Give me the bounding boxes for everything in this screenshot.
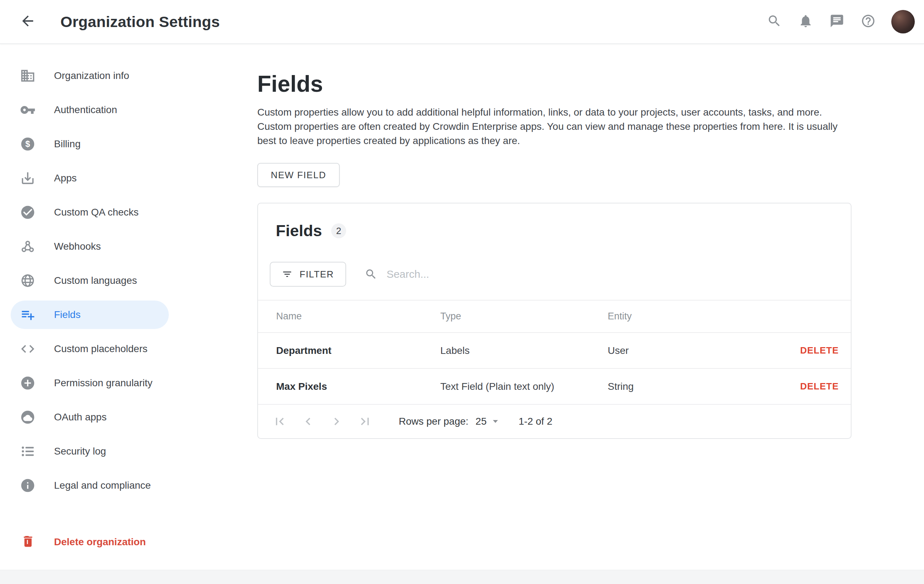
sidebar-item-label: Custom placeholders xyxy=(54,343,147,355)
pagination-bar: Rows per page: 25 1-2 of 2 xyxy=(258,405,851,438)
sidebar-item-permission-granularity[interactable]: Permission granularity xyxy=(11,369,169,397)
notifications-button[interactable] xyxy=(795,12,816,32)
sidebar-item-label: Custom QA checks xyxy=(54,207,139,218)
main-content: Fields Custom properties allow you to ad… xyxy=(257,44,924,439)
check-circle-icon xyxy=(19,204,36,221)
page-title: Fields xyxy=(257,72,851,96)
table-header: Name Type Entity xyxy=(258,300,851,333)
sidebar-item-custom-qa-checks[interactable]: Custom QA checks xyxy=(11,198,169,227)
code-icon xyxy=(19,340,36,357)
search-icon xyxy=(365,268,378,281)
sidebar-item-organization-info[interactable]: Organization info xyxy=(11,61,169,90)
field-name: Max Pixels xyxy=(276,381,441,392)
next-page-button[interactable] xyxy=(328,413,345,430)
sidebar-item-label: Legal and compliance xyxy=(54,480,151,491)
field-entity: String xyxy=(608,381,800,392)
new-field-button[interactable]: NEW FIELD xyxy=(257,163,340,187)
filter-icon xyxy=(282,269,292,280)
sidebar-item-apps[interactable]: Apps xyxy=(11,164,169,192)
download-icon xyxy=(19,170,36,187)
sidebar-item-label: Delete organization xyxy=(54,536,146,548)
footer-strip xyxy=(0,570,924,584)
messages-button[interactable] xyxy=(827,12,847,32)
avatar[interactable] xyxy=(891,10,915,33)
app-window: Organization Settings xyxy=(0,0,924,584)
trash-icon xyxy=(19,533,36,551)
field-entity: User xyxy=(608,345,800,356)
sidebar-item-label: Webhooks xyxy=(54,241,101,252)
sidebar-item-label: Custom languages xyxy=(54,275,137,286)
sidebar-item-label: Fields xyxy=(54,309,81,321)
rows-per-page-select[interactable]: 25 xyxy=(475,416,498,427)
field-type: Text Field (Plain text only) xyxy=(441,381,608,392)
add-circle-icon xyxy=(19,374,36,392)
pagination-range: 1-2 of 2 xyxy=(518,416,552,427)
sidebar-item-webhooks[interactable]: Webhooks xyxy=(11,232,169,261)
chevron-down-icon xyxy=(492,419,498,424)
sidebar-item-custom-placeholders[interactable]: Custom placeholders xyxy=(11,335,169,363)
card-header: Fields 2 xyxy=(258,203,851,243)
sidebar-item-label: Security log xyxy=(54,446,106,457)
previous-page-button[interactable] xyxy=(300,413,316,430)
table-row: Max Pixels Text Field (Plain text only) … xyxy=(258,369,851,405)
list-icon xyxy=(19,443,36,460)
chat-icon xyxy=(830,13,845,30)
delete-field-button[interactable]: DELETE xyxy=(800,345,839,356)
key-icon xyxy=(19,101,36,118)
sidebar-item-custom-languages[interactable]: Custom languages xyxy=(11,266,169,295)
table-row: Department Labels User DELETE xyxy=(258,333,851,369)
playlist-add-icon xyxy=(19,306,36,323)
building-icon xyxy=(19,67,36,84)
column-header-entity: Entity xyxy=(608,311,839,322)
back-arrow-icon xyxy=(20,13,36,31)
sidebar-item-label: Apps xyxy=(54,172,77,184)
last-page-button[interactable] xyxy=(357,413,373,430)
first-page-icon xyxy=(272,414,287,429)
rows-per-page-value: 25 xyxy=(475,416,487,427)
filter-button[interactable]: FILTER xyxy=(270,262,346,287)
page-description: Custom properties allow you to add addit… xyxy=(257,105,843,148)
sidebar-item-billing[interactable]: $ Billing xyxy=(11,130,169,158)
page-header-title: Organization Settings xyxy=(60,13,220,31)
svg-text:$: $ xyxy=(25,139,30,149)
sidebar-item-label: OAuth apps xyxy=(54,412,107,423)
first-page-button[interactable] xyxy=(272,413,288,430)
search-input[interactable] xyxy=(387,268,600,280)
sidebar-item-delete-organization[interactable]: Delete organization xyxy=(11,528,169,556)
sidebar-item-label: Authentication xyxy=(54,104,117,116)
rows-per-page-label: Rows per page: xyxy=(399,416,469,427)
sidebar-item-label: Organization info xyxy=(54,70,129,81)
chevron-left-icon xyxy=(301,414,315,429)
search-button[interactable] xyxy=(764,12,785,32)
sidebar-item-label: Billing xyxy=(54,138,81,150)
fields-card: Fields 2 FILTER Name Type E xyxy=(257,203,851,439)
help-button[interactable] xyxy=(858,12,878,32)
cloud-circle-icon xyxy=(19,409,36,426)
sidebar-item-fields[interactable]: Fields xyxy=(11,301,169,329)
info-circle-icon xyxy=(19,477,36,494)
help-icon xyxy=(861,13,876,30)
dollar-circle-icon: $ xyxy=(19,136,36,152)
sidebar-item-authentication[interactable]: Authentication xyxy=(11,96,169,124)
search-field xyxy=(365,268,851,281)
topbar: Organization Settings xyxy=(0,0,924,44)
count-badge: 2 xyxy=(331,223,346,238)
column-header-name: Name xyxy=(276,311,441,322)
sidebar-item-oauth-apps[interactable]: OAuth apps xyxy=(11,403,169,432)
sidebar-item-label: Permission granularity xyxy=(54,377,152,389)
field-name: Department xyxy=(276,345,441,356)
filter-button-label: FILTER xyxy=(300,269,334,280)
settings-sidebar: Organization info Authentication $ Billi… xyxy=(0,44,257,562)
back-button[interactable] xyxy=(16,10,39,33)
sidebar-item-legal-and-compliance[interactable]: Legal and compliance xyxy=(11,471,169,500)
last-page-icon xyxy=(358,414,373,429)
webhook-icon xyxy=(19,238,36,255)
field-type: Labels xyxy=(441,345,608,356)
delete-field-button[interactable]: DELETE xyxy=(800,381,839,392)
card-title: Fields xyxy=(276,219,322,243)
card-toolbar: FILTER xyxy=(258,262,851,300)
search-icon xyxy=(767,13,782,30)
sidebar-item-security-log[interactable]: Security log xyxy=(11,437,169,466)
chevron-right-icon xyxy=(329,414,344,429)
column-header-type: Type xyxy=(441,311,608,322)
